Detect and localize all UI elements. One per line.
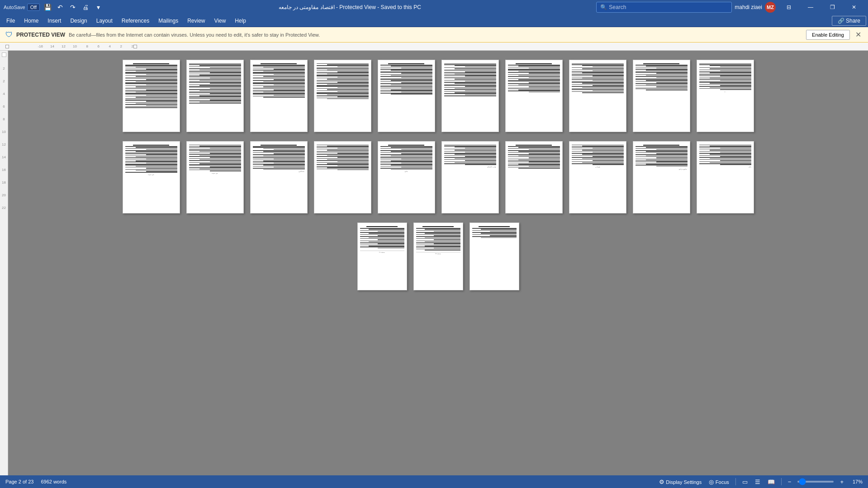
document-page[interactable] [314, 60, 371, 132]
save-button[interactable]: 💾 [43, 2, 52, 12]
document-page[interactable] [441, 60, 499, 132]
share-button[interactable]: 🔗 Share [832, 16, 866, 26]
autosave-toggle[interactable]: Off [27, 4, 40, 11]
zoom-in-button[interactable]: + [839, 478, 844, 486]
divider [735, 478, 736, 485]
autosave-area: AutoSave Off [4, 4, 40, 11]
page-content: منابع [378, 142, 435, 175]
document-page[interactable] [505, 60, 563, 132]
page-content: نتیجه گیری [251, 142, 307, 175]
document-page[interactable]: و ارزیابی [569, 141, 626, 213]
page-content [442, 60, 498, 99]
restore-button[interactable]: ❐ [822, 0, 843, 14]
document-page[interactable] [378, 60, 435, 132]
document-page[interactable]: پایان [697, 141, 754, 213]
user-area: mahdi ziaei MZ [735, 2, 776, 13]
document-page[interactable] [470, 223, 519, 290]
menu-review[interactable]: Review [183, 15, 209, 27]
protected-view-title: PROTECTED VIEW [16, 32, 65, 38]
page-content [314, 60, 371, 102]
enable-editing-button[interactable]: Enable Editing [806, 30, 850, 40]
ruler: -16 14 12 10 8 6 4 2 2 [0, 43, 868, 51]
page-content: و قدرت اقتصادی [442, 142, 498, 171]
minimize-button[interactable]: — [800, 0, 821, 14]
document-page[interactable] [569, 60, 626, 132]
document-page[interactable]: صفحه ۲۲ [413, 223, 463, 290]
window-controls: ⊟ — ❐ ✕ [778, 0, 864, 14]
user-avatar[interactable]: MZ [765, 2, 776, 13]
menu-insert[interactable]: Insert [43, 15, 66, 27]
close-button[interactable]: ✕ [844, 0, 864, 14]
print-layout-button[interactable]: ▭ [741, 478, 749, 486]
document-title: اقتصاد مقاومتی در جامعه - Protected View… [279, 4, 421, 10]
page-content [506, 60, 562, 95]
menu-mailings[interactable]: Mailings [154, 15, 183, 27]
focus-button[interactable]: ◎ Focus [708, 478, 730, 486]
menu-file[interactable]: File [2, 15, 19, 27]
page-content: صفحه ۲۱ [358, 223, 407, 256]
menu-layout[interactable]: Layout [92, 15, 117, 27]
ruler-content: -16 14 12 10 8 6 4 2 2 [32, 44, 137, 48]
zoom-slider[interactable] [797, 481, 834, 483]
document-page[interactable]: منابع [378, 141, 435, 213]
page-content: منابع و مراجع [633, 142, 690, 173]
banner-close-button[interactable]: ✕ [854, 30, 863, 39]
page-content: و ارزیابی [569, 142, 626, 171]
document-page[interactable]: متن نمونه [123, 141, 180, 213]
document-page[interactable]: -١- [697, 60, 754, 132]
page-content: پایان [697, 142, 754, 171]
zoom-out-button[interactable]: − [787, 478, 792, 486]
pages-container: -١- متن نمونه [123, 60, 754, 466]
zoom-percent: 17% [850, 479, 863, 484]
menu-bar: File Home Insert Design Layout Reference… [0, 14, 868, 27]
page-content: صفحه ۲۲ [414, 223, 463, 258]
document-page[interactable]: منابع و مراجع [633, 141, 690, 213]
web-layout-button[interactable]: ☰ [754, 478, 761, 486]
page-content [123, 60, 180, 111]
document-page[interactable] [250, 60, 308, 132]
page-content [633, 60, 690, 93]
document-page[interactable]: نتیجه گیری [250, 141, 308, 213]
status-bar: Page 2 of 23 6962 words ⚙ Display Settin… [0, 475, 868, 488]
document-page[interactable] [186, 60, 244, 132]
page-content: متن نمونه [123, 142, 180, 179]
search-icon: 🔍 [600, 4, 607, 10]
protected-view-banner: 🛡 PROTECTED VIEW Be careful—files from t… [0, 27, 868, 43]
document-page[interactable] [314, 141, 371, 213]
undo-button[interactable]: ↶ [55, 2, 65, 12]
status-right: ⚙ Display Settings ◎ Focus ▭ ☰ 📖 − + 17% [658, 478, 863, 486]
display-settings-button[interactable]: ⚙ Display Settings [658, 478, 703, 486]
page-content [378, 60, 435, 98]
redo-button[interactable]: ↷ [68, 2, 78, 12]
autosave-label: AutoSave [4, 5, 25, 10]
title-bar: AutoSave Off 💾 ↶ ↷ 🖨 ▾ اقتصاد مقاومتی در… [0, 0, 868, 14]
pages-row-3: صفحه ۲۱ صفحه ۲۲ [357, 223, 519, 290]
menu-home[interactable]: Home [19, 15, 43, 27]
menu-view[interactable]: View [210, 15, 231, 27]
document-page[interactable]: و قدرت اقتصادی [441, 141, 499, 213]
document-page[interactable]: صفحه ۲۱ [357, 223, 407, 290]
menu-help[interactable]: Help [230, 15, 251, 27]
document-page[interactable] [633, 60, 690, 132]
print-button[interactable]: 🖨 [81, 2, 90, 12]
search-input[interactable] [609, 4, 728, 10]
focus-icon: ◎ [709, 479, 714, 485]
main-document-area[interactable]: 2 2 4 6 8 10 12 14 16 18 20 22 [8, 51, 868, 475]
read-mode-button[interactable]: 📖 [767, 478, 776, 486]
display-settings-icon: ⚙ [659, 479, 664, 485]
menu-design[interactable]: Design [66, 15, 91, 27]
page-content: متن نمونه [187, 142, 243, 177]
user-name: mahdi ziaei [735, 4, 762, 10]
page-content [470, 223, 519, 241]
protected-view-message: Be careful—files from the Internet can c… [69, 32, 802, 38]
customize-button[interactable]: ▾ [93, 2, 103, 12]
document-page[interactable] [505, 141, 563, 213]
menu-references[interactable]: References [117, 15, 154, 27]
shield-icon: 🛡 [5, 31, 13, 39]
document-page[interactable] [123, 60, 180, 132]
page-content [187, 60, 243, 106]
options-button[interactable]: ⊟ [778, 0, 799, 14]
ruler-corner[interactable] [5, 45, 9, 48]
page-content [506, 142, 562, 172]
document-page[interactable]: متن نمونه [186, 141, 244, 213]
